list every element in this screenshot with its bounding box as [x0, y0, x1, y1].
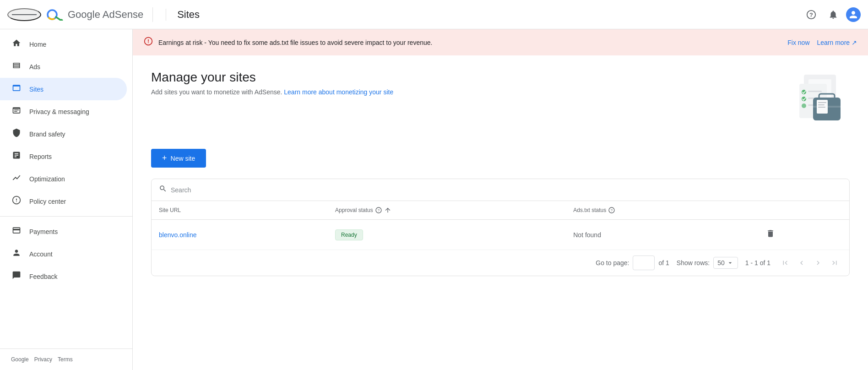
column-ads-txt-status: Ads.txt status ?	[566, 201, 757, 220]
prev-page-icon	[797, 259, 806, 267]
reports-icon	[11, 151, 22, 162]
sidebar-item-privacy-messaging[interactable]: Privacy & messaging	[0, 100, 127, 123]
search-bar	[152, 179, 849, 201]
delete-button[interactable]	[764, 227, 777, 242]
app-container: Home Ads Sites Privacy & messaging	[0, 29, 868, 370]
sidebar-item-feedback-label: Feedback	[29, 273, 57, 280]
alert-text: Earnings at risk - You need to fix some …	[158, 39, 782, 46]
sidebar-item-feedback[interactable]: Feedback	[0, 265, 127, 288]
new-site-label: New site	[171, 155, 195, 162]
user-avatar[interactable]	[846, 7, 861, 22]
subtitle-link[interactable]: Learn more about monetizing your site	[284, 88, 393, 96]
svg-text:?: ?	[611, 208, 613, 212]
sidebar-item-home[interactable]: Home	[0, 33, 127, 55]
help-button[interactable]: ?	[802, 5, 820, 24]
prev-page-button[interactable]	[794, 256, 809, 270]
brand-safety-icon	[11, 128, 22, 140]
sites-icon	[11, 83, 22, 95]
sidebar-item-account[interactable]: Account	[0, 243, 127, 265]
sidebar-nav: Home Ads Sites Privacy & messaging	[0, 29, 132, 348]
logo: Google AdSense	[47, 9, 143, 21]
approval-sort-icon[interactable]	[384, 207, 391, 214]
content-title: Manage your sites	[151, 70, 393, 85]
column-actions	[757, 201, 849, 220]
table-row: blenvo.online Ready Not found	[152, 220, 849, 250]
payments-icon	[11, 226, 22, 237]
top-bar-left: Google AdSense Sites	[7, 7, 200, 22]
sidebar-item-brand-safety[interactable]: Brand safety	[0, 123, 127, 145]
privacy-link[interactable]: Privacy	[34, 356, 52, 363]
ads-icon	[11, 61, 22, 72]
sidebar-item-optimization-label: Optimization	[29, 175, 65, 183]
sidebar-item-privacy-messaging-label: Privacy & messaging	[29, 108, 89, 115]
top-bar-right: ?	[802, 5, 861, 24]
fix-now-link[interactable]: Fix now	[787, 39, 809, 46]
pagination: Go to page: of 1 Show rows: 50 1	[152, 250, 849, 276]
sidebar-item-reports[interactable]: Reports	[0, 145, 127, 168]
page-title: Sites	[166, 9, 200, 21]
pagination-go: Go to page: of 1	[596, 256, 669, 270]
approval-help-icon: ?	[375, 207, 382, 214]
account-icon	[11, 248, 22, 260]
last-page-button[interactable]	[827, 256, 842, 270]
google-footer-label: Google	[11, 356, 29, 363]
svg-text:?: ?	[809, 11, 813, 18]
header-illustration	[758, 70, 850, 134]
sidebar-item-payments[interactable]: Payments	[0, 220, 127, 243]
notifications-button[interactable]	[824, 5, 842, 24]
last-page-icon	[830, 259, 839, 267]
optimization-icon	[11, 173, 22, 185]
pagination-nav	[778, 256, 842, 270]
plus-icon: +	[162, 153, 167, 163]
of-label: of 1	[658, 259, 669, 267]
sidebar-item-payments-label: Payments	[29, 228, 58, 235]
sidebar-item-policy-center[interactable]: Policy center	[0, 190, 127, 212]
alert-banner: ! Earnings at risk - You need to fix som…	[133, 29, 868, 55]
table-container: Site URL Approval status ?	[151, 179, 850, 276]
cell-site-url: blenvo.online	[152, 220, 328, 250]
subtitle-text: Add sites you want to monetize with AdSe…	[151, 88, 282, 96]
first-page-button[interactable]	[778, 256, 792, 270]
main-content: ! Earnings at risk - You need to fix som…	[133, 29, 868, 370]
svg-point-8	[16, 201, 17, 202]
chevron-down-icon	[727, 259, 734, 267]
site-url-link[interactable]: blenvo.online	[159, 231, 197, 239]
bell-icon	[828, 10, 838, 20]
policy-icon	[11, 196, 22, 207]
sidebar-item-policy-center-label: Policy center	[29, 198, 66, 205]
cell-approval-status: Ready	[328, 220, 566, 250]
rows-select[interactable]: 50	[713, 257, 738, 269]
sidebar-item-sites[interactable]: Sites	[0, 78, 127, 100]
search-input[interactable]	[171, 186, 842, 194]
svg-rect-30	[818, 104, 825, 105]
sidebar-item-reports-label: Reports	[29, 153, 52, 160]
learn-more-link[interactable]: Learn more ↗	[817, 39, 857, 46]
ads-txt-help-icon: ?	[608, 207, 615, 214]
terms-link[interactable]: Terms	[58, 356, 73, 363]
next-page-icon	[814, 259, 822, 267]
pagination-info: 1 - 1 of 1	[745, 259, 770, 267]
svg-text:!: !	[147, 38, 149, 44]
delete-icon	[766, 229, 775, 238]
column-approval-status: Approval status ?	[328, 201, 566, 220]
sidebar-item-optimization[interactable]: Optimization	[0, 168, 127, 190]
logo-text: Google AdSense	[68, 9, 143, 21]
next-page-button[interactable]	[811, 256, 825, 270]
cell-ads-txt-status: Not found	[566, 220, 757, 250]
feedback-icon	[11, 271, 22, 282]
new-site-button[interactable]: + New site	[151, 149, 206, 168]
svg-rect-29	[818, 102, 826, 103]
search-icon	[159, 185, 167, 195]
sites-table: Site URL Approval status ?	[152, 201, 849, 250]
sidebar-footer: Google Privacy Terms	[0, 348, 132, 370]
sidebar-item-account-label: Account	[29, 250, 53, 258]
pagination-rows: Show rows: 50	[677, 257, 738, 269]
ads-txt-status-text: Not found	[573, 231, 601, 239]
hamburger-menu-button[interactable]	[7, 8, 41, 21]
first-page-icon	[781, 259, 789, 267]
help-icon: ?	[806, 10, 816, 20]
approval-status-badge: Ready	[335, 229, 363, 240]
page-input[interactable]	[633, 256, 655, 270]
alert-actions: Fix now Learn more ↗	[787, 39, 857, 46]
sidebar-item-ads[interactable]: Ads	[0, 55, 127, 78]
